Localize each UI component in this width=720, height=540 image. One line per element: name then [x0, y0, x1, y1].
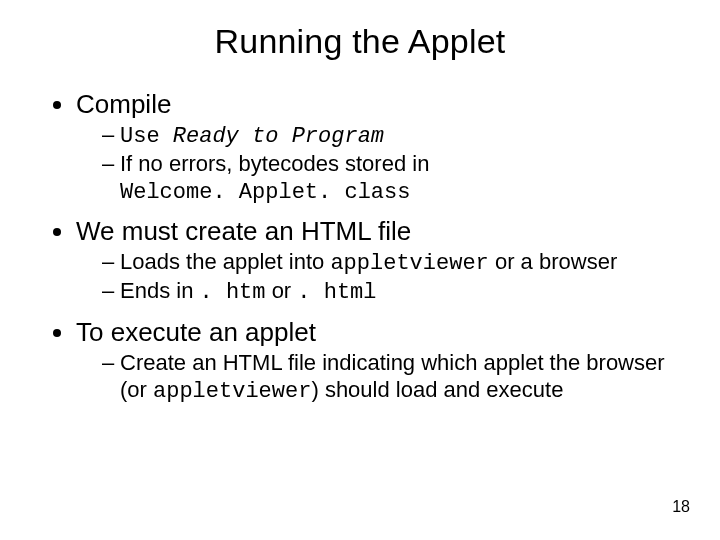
code-text: . htm [200, 280, 266, 305]
slide-body: Compile Use Ready to Program If no error… [0, 61, 720, 406]
bullet-html-file: We must create an HTML file Loads the ap… [76, 216, 674, 307]
sub-text: If no errors, bytecodes stored in [120, 151, 429, 176]
sub-text: Ends in [120, 278, 200, 303]
slide: Running the Applet Compile Use Ready to … [0, 0, 720, 540]
sub-list: Use Ready to Program If no errors, bytec… [76, 122, 674, 206]
bullet-text: Compile [76, 89, 171, 119]
code-text: Welcome. Applet. class [120, 180, 410, 205]
code-text: Ready to Program [173, 124, 384, 149]
sub-text: Loads the applet into [120, 249, 330, 274]
sub-item: Create an HTML file indicating which app… [102, 350, 674, 406]
bullet-text: We must create an HTML file [76, 216, 411, 246]
sub-item: Use Ready to Program [102, 122, 674, 151]
sub-text: Use [120, 124, 173, 149]
code-text: . html [297, 280, 376, 305]
sub-list: Create an HTML file indicating which app… [76, 350, 674, 406]
sub-item: If no errors, bytecodes stored in Welcom… [102, 151, 674, 207]
sub-list: Loads the applet into appletviewer or a … [76, 249, 674, 307]
bullet-compile: Compile Use Ready to Program If no error… [76, 89, 674, 206]
bullet-text: To execute an applet [76, 317, 316, 347]
sub-text: ) should load and execute [311, 377, 563, 402]
sub-text: or [266, 278, 298, 303]
slide-title: Running the Applet [0, 0, 720, 61]
sub-item: Ends in . htm or . html [102, 278, 674, 307]
sub-text: or a browser [489, 249, 617, 274]
page-number: 18 [672, 498, 690, 516]
code-text: appletviewer [330, 251, 488, 276]
sub-item: Loads the applet into appletviewer or a … [102, 249, 674, 278]
bullet-list: Compile Use Ready to Program If no error… [46, 89, 674, 406]
bullet-execute: To execute an applet Create an HTML file… [76, 317, 674, 406]
code-text: appletviewer [153, 379, 311, 404]
